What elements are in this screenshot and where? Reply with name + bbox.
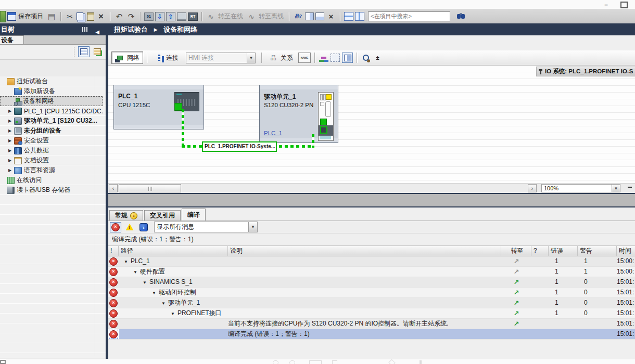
- chevron-down-icon[interactable]: ▼: [133, 270, 137, 275]
- sort-view-button[interactable]: [92, 46, 103, 57]
- goto-arrow-icon[interactable]: ↗: [514, 289, 519, 296]
- message-row[interactable]: ×▼PLC_1↗1115:00:: [108, 256, 635, 267]
- network-canvas[interactable]: IO 系统: PLC_1.PROFINET IO-S PLC_1 CPU 121…: [108, 66, 635, 183]
- chevron-down-icon[interactable]: ▼: [247, 53, 255, 63]
- go-online-label[interactable]: 转至在线: [218, 12, 243, 21]
- go-offline-label[interactable]: 转至离线: [259, 12, 284, 21]
- connections-button[interactable]: 连接: [151, 52, 182, 63]
- tree-item-2[interactable]: 添加新设备: [0, 86, 103, 96]
- compile-icon[interactable]: [144, 12, 154, 21]
- chevron-right-icon[interactable]: ▶: [8, 158, 14, 163]
- message-row[interactable]: ×▼硬件配置↗1115:00:: [108, 267, 635, 277]
- minimize-button[interactable]: –: [604, 2, 608, 8]
- tree-item-3[interactable]: 设备和网络: [0, 96, 103, 106]
- tree-item-6[interactable]: ▶未分组的设备: [0, 126, 103, 136]
- window-bottom-icon[interactable]: [315, 12, 324, 20]
- window-right-icon[interactable]: [305, 12, 314, 20]
- print-icon[interactable]: [46, 11, 57, 22]
- tree-item-7[interactable]: ▶安全设置: [0, 136, 103, 146]
- plc-profinet-port[interactable]: [174, 103, 182, 111]
- auto-collapse-icon[interactable]: [82, 27, 88, 32]
- goto-arrow-icon[interactable]: ↗: [514, 278, 519, 286]
- table-grid-icon[interactable]: [331, 54, 340, 62]
- goto-arrow-icon[interactable]: ↗: [514, 320, 519, 328]
- chevron-down-icon[interactable]: ▼: [248, 222, 257, 232]
- chevron-down-icon[interactable]: ▼: [171, 311, 175, 316]
- scrollbar-thumb[interactable]: [119, 184, 181, 192]
- col-help[interactable]: ?: [531, 246, 549, 256]
- filter-info-button[interactable]: i: [138, 222, 149, 232]
- chevron-right-icon[interactable]: ▶: [8, 138, 14, 143]
- split-vertical-icon[interactable]: [355, 12, 364, 21]
- message-row[interactable]: ×当前不支持将连接的CPU作为 S120 CU320-2 PN 的IO控制器。请…: [108, 319, 635, 329]
- chevron-right-icon[interactable]: ▶: [8, 148, 14, 153]
- project-search-input[interactable]: [368, 11, 450, 21]
- message-row[interactable]: ×▼SINAMICS S_1↗1015:01:: [108, 277, 635, 288]
- zoom-icon[interactable]: [361, 53, 371, 62]
- tree-item-10[interactable]: ▶语言和资源: [0, 165, 103, 175]
- message-row[interactable]: ×▼驱动闭环控制↗1015:01:: [108, 288, 635, 298]
- tree-item-12[interactable]: 读卡器/USB 存储器: [0, 185, 95, 195]
- col-time[interactable]: 时间: [617, 246, 635, 256]
- inspector-splitter[interactable]: [108, 193, 635, 207]
- undo-icon[interactable]: [114, 11, 124, 22]
- zoom-level-select[interactable]: 100% ▼: [541, 184, 620, 192]
- tab-compile[interactable]: 编译: [182, 209, 206, 220]
- tab-general[interactable]: 常规i: [109, 210, 143, 220]
- save-icon[interactable]: [7, 12, 16, 21]
- relations-button[interactable]: 关系: [265, 52, 296, 63]
- redo-icon[interactable]: [126, 11, 136, 22]
- device-drive[interactable]: 驱动单元_1 S120 CU320-2 PN PLC_1: [259, 85, 338, 143]
- start-runtime-icon[interactable]: [188, 12, 198, 21]
- connection-type-select[interactable]: HMI 连接 ▼: [186, 53, 256, 63]
- filter-errors-button[interactable]: ×: [110, 222, 121, 232]
- scroll-right-icon[interactable]: ›: [528, 184, 537, 192]
- goto-arrow-icon[interactable]: ↗: [514, 257, 519, 265]
- tab-cross-references[interactable]: 交叉引用: [144, 210, 181, 220]
- chevron-right-icon[interactable]: ▶: [8, 128, 14, 133]
- tab-devices[interactable]: 设备: [0, 35, 24, 44]
- tree-item-9[interactable]: ▶文档设置: [0, 155, 103, 165]
- maximize-button[interactable]: [620, 2, 628, 8]
- drive-io-controller-link[interactable]: PLC_1: [264, 130, 282, 136]
- copy-icon[interactable]: [77, 12, 83, 20]
- goto-arrow-icon[interactable]: ↗: [514, 268, 519, 276]
- go-offline-icon[interactable]: [246, 11, 257, 22]
- profinet-cable[interactable]: [312, 134, 314, 148]
- drive-profinet-port[interactable]: [320, 126, 327, 134]
- assign-name-icon[interactable]: [298, 53, 311, 63]
- col-description[interactable]: 说明: [228, 246, 501, 256]
- col-warnings[interactable]: 警告: [578, 246, 617, 256]
- split-pane-icon[interactable]: [342, 53, 353, 63]
- paste-icon[interactable]: [87, 12, 94, 21]
- breadcrumb-project[interactable]: 扭矩试验台: [114, 25, 148, 33]
- profinet-io-system-label[interactable]: PLC_1.PROFINET IO-Syste...: [202, 141, 277, 152]
- tree-item-11[interactable]: 在线访问: [0, 175, 95, 185]
- message-row[interactable]: ×▼PROFINET接口↗1015:01:: [108, 308, 635, 319]
- chevron-right-icon[interactable]: ▶: [8, 119, 14, 123]
- breadcrumb-page[interactable]: 设备和网络: [163, 25, 197, 33]
- tree-item-1[interactable]: 扭矩试验台: [0, 76, 95, 86]
- cut-icon[interactable]: [65, 11, 75, 22]
- goto-arrow-icon[interactable]: ↗: [514, 299, 519, 307]
- chevron-down-icon[interactable]: ▼: [612, 185, 620, 192]
- tree-item-4[interactable]: ▶PLC_1 [CPU 1215C DC/DC...: [0, 106, 103, 116]
- download-icon[interactable]: [155, 12, 164, 21]
- profinet-cable[interactable]: [182, 109, 184, 147]
- chevron-down-icon[interactable]: ▼: [152, 291, 156, 295]
- chevron-down-icon[interactable]: ▼: [124, 259, 128, 264]
- split-horizontal-icon[interactable]: [344, 12, 353, 21]
- message-filter-select[interactable]: 显示所有消息 ▼: [154, 222, 258, 232]
- network-view-button[interactable]: 网络: [111, 51, 143, 64]
- col-path[interactable]: 路径: [119, 246, 228, 256]
- col-goto[interactable]: 转至: [501, 246, 531, 256]
- search-project-icon[interactable]: [454, 11, 463, 22]
- project-partial-icon[interactable]: [0, 11, 6, 22]
- scroll-left-icon[interactable]: ‹: [109, 184, 118, 192]
- filter-warnings-button[interactable]: !: [124, 222, 135, 232]
- device-plc[interactable]: PLC_1 CPU 1215C: [113, 85, 204, 129]
- io-system-tag[interactable]: IO 系统: PLC_1.PROFINET IO-S: [536, 67, 635, 76]
- message-row[interactable]: ×▼驱动单元_1↗1015:01:: [108, 298, 635, 308]
- details-view-button[interactable]: [78, 46, 90, 57]
- col-severity[interactable]: !: [108, 246, 119, 256]
